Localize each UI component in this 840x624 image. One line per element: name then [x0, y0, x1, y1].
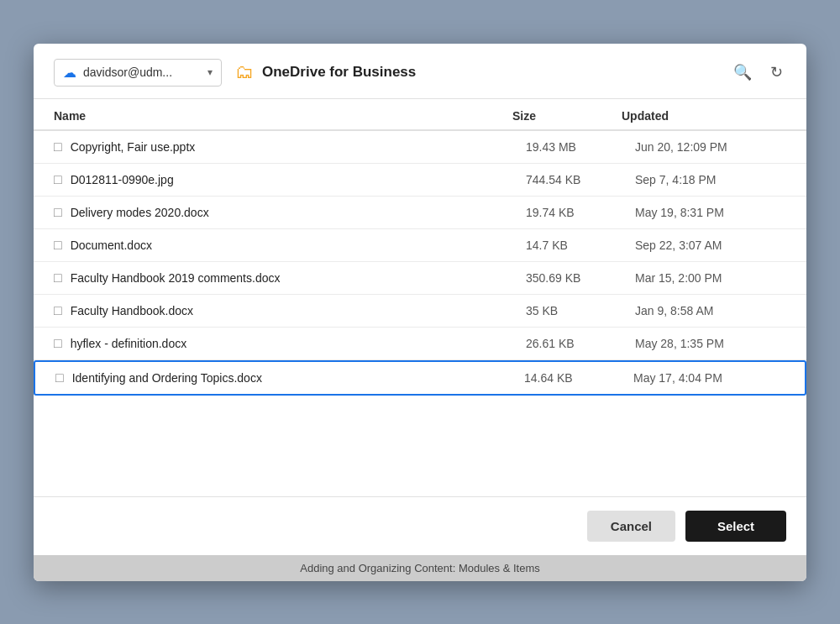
file-name: Copyright, Fair use.pptx: [71, 140, 196, 154]
file-name: Document.docx: [71, 239, 152, 252]
search-icon: 🔍: [733, 63, 752, 81]
file-name: Faculty Handbook 2019 comments.docx: [71, 271, 281, 285]
cancel-button[interactable]: Cancel: [587, 511, 675, 542]
table-row[interactable]: □ Copyright, Fair use.pptx 19.43 MB Jun …: [34, 131, 806, 164]
bottom-bar-text: Adding and Organizing Content: Modules &…: [300, 562, 539, 574]
header-actions: 🔍 ↻: [730, 60, 786, 85]
table-row[interactable]: □ hyflex - definition.docx 26.61 KB May …: [34, 328, 806, 360]
table-row[interactable]: □ D012811-0990e.jpg 744.54 KB Sep 7, 4:1…: [34, 164, 806, 197]
folder-icon: 🗂: [235, 61, 254, 83]
dialog-footer: Cancel Select: [34, 496, 806, 555]
table-row[interactable]: □ Faculty Handbook.docx 35 KB Jan 9, 8:5…: [34, 295, 806, 328]
drive-title: OneDrive for Business: [262, 64, 416, 81]
file-size: 744.54 KB: [526, 173, 635, 186]
file-size: 14.7 KB: [526, 239, 635, 252]
file-name: Faculty Handbook.docx: [71, 304, 193, 317]
file-size: 19.74 KB: [526, 206, 635, 219]
file-name-cell: □ Delivery modes 2020.docx: [54, 205, 526, 220]
file-name-cell: □ Document.docx: [54, 238, 526, 253]
file-name-cell: □ Identifying and Ordering Topics.docx: [55, 370, 524, 385]
file-name: D012811-0990e.jpg: [71, 173, 174, 186]
file-updated: Sep 7, 4:18 PM: [635, 173, 786, 186]
column-header-name: Name: [54, 109, 512, 123]
file-name: hyflex - definition.docx: [71, 337, 187, 350]
file-updated: Mar 15, 2:00 PM: [635, 271, 786, 285]
search-button[interactable]: 🔍: [730, 60, 755, 85]
file-size: 26.61 KB: [526, 337, 635, 350]
dialog-header: ☁ davidsor@udm... ▾ 🗂 OneDrive for Busin…: [34, 44, 806, 99]
select-button[interactable]: Select: [685, 511, 786, 542]
file-icon: □: [54, 270, 62, 286]
drive-title-section: 🗂 OneDrive for Business: [235, 61, 717, 83]
file-picker-dialog: ☁ davidsor@udm... ▾ 🗂 OneDrive for Busin…: [34, 44, 806, 581]
file-icon: □: [55, 370, 64, 385]
table-row[interactable]: □ Delivery modes 2020.docx 19.74 KB May …: [34, 197, 806, 229]
column-header-size: Size: [512, 109, 622, 123]
table-row[interactable]: □ Identifying and Ordering Topics.docx 1…: [34, 360, 806, 396]
file-updated: May 19, 8:31 PM: [635, 206, 786, 219]
dialog-overlay: ☁ davidsor@udm... ▾ 🗂 OneDrive for Busin…: [0, 0, 840, 624]
file-size: 19.43 MB: [526, 140, 635, 154]
file-icon: □: [54, 139, 62, 155]
file-name-cell: □ hyflex - definition.docx: [54, 336, 526, 351]
file-size: 35 KB: [526, 304, 635, 317]
cloud-icon: ☁: [63, 65, 76, 81]
file-updated: Jan 9, 8:58 AM: [635, 304, 786, 317]
file-list: □ Copyright, Fair use.pptx 19.43 MB Jun …: [34, 131, 806, 496]
file-icon: □: [54, 172, 62, 187]
refresh-button[interactable]: ↻: [767, 60, 786, 85]
file-icon: □: [54, 336, 62, 351]
account-label: davidsor@udm...: [83, 66, 201, 79]
file-updated: May 28, 1:35 PM: [635, 337, 786, 350]
file-name-cell: □ D012811-0990e.jpg: [54, 172, 526, 187]
file-size: 350.69 KB: [526, 271, 635, 285]
bottom-bar: Adding and Organizing Content: Modules &…: [34, 555, 806, 581]
file-name-cell: □ Faculty Handbook.docx: [54, 303, 526, 318]
file-icon: □: [54, 205, 62, 220]
file-updated: Sep 22, 3:07 AM: [635, 239, 786, 252]
account-selector[interactable]: ☁ davidsor@udm... ▾: [54, 59, 222, 87]
chevron-down-icon: ▾: [207, 66, 213, 78]
dialog-body: Name Size Updated □ Copyright, Fair use.…: [34, 99, 806, 496]
table-header: Name Size Updated: [34, 99, 806, 131]
file-icon: □: [54, 238, 62, 253]
file-name: Identifying and Ordering Topics.docx: [72, 371, 262, 385]
table-row[interactable]: □ Document.docx 14.7 KB Sep 22, 3:07 AM: [34, 229, 806, 262]
file-name: Delivery modes 2020.docx: [71, 206, 209, 219]
table-row[interactable]: □ Faculty Handbook 2019 comments.docx 35…: [34, 262, 806, 295]
file-name-cell: □ Faculty Handbook 2019 comments.docx: [54, 270, 526, 286]
file-name-cell: □ Copyright, Fair use.pptx: [54, 139, 526, 155]
refresh-icon: ↻: [770, 63, 783, 81]
file-updated: May 17, 4:04 PM: [633, 371, 785, 385]
file-updated: Jun 20, 12:09 PM: [635, 140, 786, 154]
file-size: 14.64 KB: [524, 371, 633, 385]
column-header-updated: Updated: [622, 109, 773, 123]
file-icon: □: [54, 303, 62, 318]
